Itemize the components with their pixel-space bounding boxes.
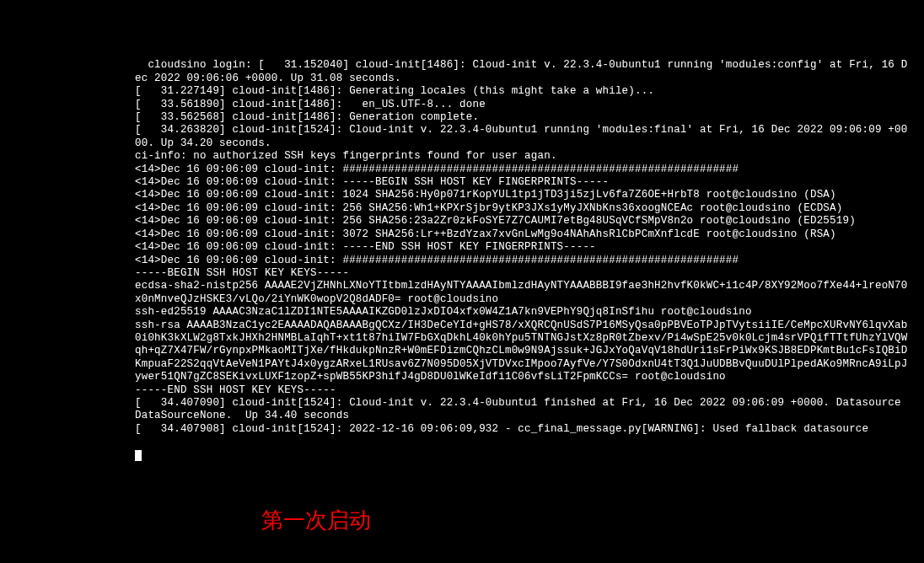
caption-label: 第一次启动 — [261, 506, 371, 535]
terminal-output: cloudsino login: [ 31.152040] cloud-init… — [135, 46, 911, 462]
terminal-cursor — [135, 450, 142, 461]
terminal-text: cloudsino login: [ 31.152040] cloud-init… — [135, 59, 907, 434]
